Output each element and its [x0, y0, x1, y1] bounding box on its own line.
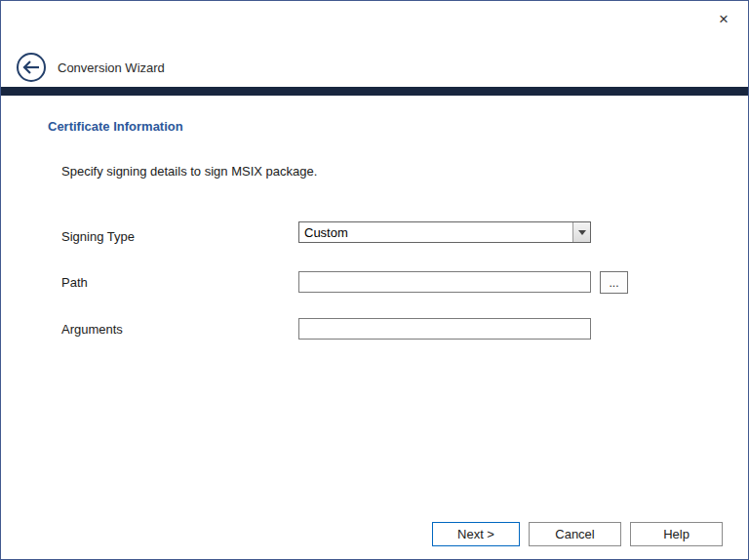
signing-type-combobox[interactable]: Custom: [298, 221, 591, 243]
back-button[interactable]: [17, 53, 46, 82]
arguments-input[interactable]: [298, 318, 591, 340]
next-button[interactable]: Next >: [432, 522, 520, 546]
header-divider-bar: [1, 87, 748, 96]
chevron-down-icon: [578, 230, 586, 235]
page-description: Specify signing details to sign MSIX pac…: [61, 164, 317, 179]
help-button[interactable]: Help: [630, 522, 723, 546]
signing-type-label: Signing Type: [61, 229, 135, 244]
wizard-title: Conversion Wizard: [58, 60, 165, 75]
signing-type-selected-value: Custom: [299, 222, 572, 242]
wizard-header: Conversion Wizard: [17, 48, 165, 87]
conversion-wizard-dialog: × Conversion Wizard Certificate Informat…: [0, 0, 749, 560]
back-arrow-icon: [22, 60, 40, 74]
signing-type-dropdown-button[interactable]: [572, 222, 590, 242]
path-input[interactable]: [298, 271, 591, 293]
path-label: Path: [61, 275, 88, 290]
close-button[interactable]: ×: [707, 7, 740, 32]
page-title: Certificate Information: [48, 119, 183, 134]
cancel-button[interactable]: Cancel: [529, 522, 621, 546]
browse-button[interactable]: ...: [600, 271, 628, 294]
arguments-label: Arguments: [61, 322, 123, 337]
